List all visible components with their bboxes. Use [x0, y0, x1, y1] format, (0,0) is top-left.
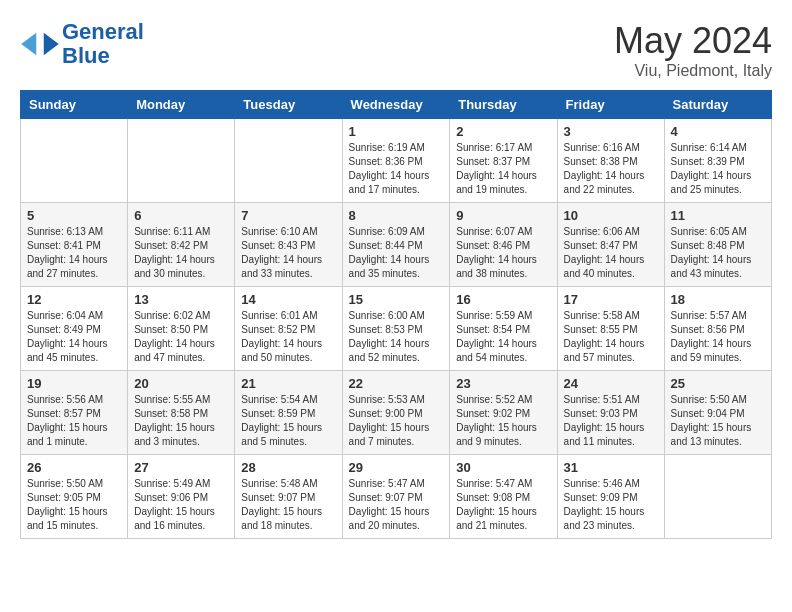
calendar-cell: 29Sunrise: 5:47 AM Sunset: 9:07 PM Dayli…	[342, 455, 450, 539]
week-row-3: 12Sunrise: 6:04 AM Sunset: 8:49 PM Dayli…	[21, 287, 772, 371]
day-number: 9	[456, 208, 550, 223]
day-content: Sunrise: 6:11 AM Sunset: 8:42 PM Dayligh…	[134, 225, 228, 281]
weekday-header-friday: Friday	[557, 91, 664, 119]
day-number: 23	[456, 376, 550, 391]
day-number: 18	[671, 292, 765, 307]
day-content: Sunrise: 5:50 AM Sunset: 9:04 PM Dayligh…	[671, 393, 765, 449]
logo-text: General Blue	[62, 20, 144, 68]
weekday-header-monday: Monday	[128, 91, 235, 119]
day-content: Sunrise: 5:47 AM Sunset: 9:07 PM Dayligh…	[349, 477, 444, 533]
calendar-cell: 28Sunrise: 5:48 AM Sunset: 9:07 PM Dayli…	[235, 455, 342, 539]
day-content: Sunrise: 6:17 AM Sunset: 8:37 PM Dayligh…	[456, 141, 550, 197]
calendar-cell	[21, 119, 128, 203]
day-content: Sunrise: 6:05 AM Sunset: 8:48 PM Dayligh…	[671, 225, 765, 281]
day-content: Sunrise: 6:09 AM Sunset: 8:44 PM Dayligh…	[349, 225, 444, 281]
day-content: Sunrise: 5:54 AM Sunset: 8:59 PM Dayligh…	[241, 393, 335, 449]
day-number: 15	[349, 292, 444, 307]
day-number: 28	[241, 460, 335, 475]
day-number: 7	[241, 208, 335, 223]
calendar-cell: 17Sunrise: 5:58 AM Sunset: 8:55 PM Dayli…	[557, 287, 664, 371]
calendar-cell	[128, 119, 235, 203]
day-number: 10	[564, 208, 658, 223]
day-number: 30	[456, 460, 550, 475]
calendar-cell: 26Sunrise: 5:50 AM Sunset: 9:05 PM Dayli…	[21, 455, 128, 539]
calendar-cell: 4Sunrise: 6:14 AM Sunset: 8:39 PM Daylig…	[664, 119, 771, 203]
calendar-cell: 16Sunrise: 5:59 AM Sunset: 8:54 PM Dayli…	[450, 287, 557, 371]
day-number: 13	[134, 292, 228, 307]
calendar-cell: 9Sunrise: 6:07 AM Sunset: 8:46 PM Daylig…	[450, 203, 557, 287]
day-number: 6	[134, 208, 228, 223]
calendar-cell: 14Sunrise: 6:01 AM Sunset: 8:52 PM Dayli…	[235, 287, 342, 371]
svg-marker-0	[44, 33, 59, 56]
calendar-cell: 21Sunrise: 5:54 AM Sunset: 8:59 PM Dayli…	[235, 371, 342, 455]
title-area: May 2024 Viu, Piedmont, Italy	[614, 20, 772, 80]
weekday-header-saturday: Saturday	[664, 91, 771, 119]
day-content: Sunrise: 6:01 AM Sunset: 8:52 PM Dayligh…	[241, 309, 335, 365]
day-content: Sunrise: 5:55 AM Sunset: 8:58 PM Dayligh…	[134, 393, 228, 449]
day-content: Sunrise: 5:50 AM Sunset: 9:05 PM Dayligh…	[27, 477, 121, 533]
calendar-cell: 7Sunrise: 6:10 AM Sunset: 8:43 PM Daylig…	[235, 203, 342, 287]
page-header: General Blue May 2024 Viu, Piedmont, Ita…	[20, 20, 772, 80]
day-number: 22	[349, 376, 444, 391]
day-number: 29	[349, 460, 444, 475]
day-number: 16	[456, 292, 550, 307]
day-number: 19	[27, 376, 121, 391]
day-content: Sunrise: 5:49 AM Sunset: 9:06 PM Dayligh…	[134, 477, 228, 533]
week-row-4: 19Sunrise: 5:56 AM Sunset: 8:57 PM Dayli…	[21, 371, 772, 455]
day-content: Sunrise: 5:53 AM Sunset: 9:00 PM Dayligh…	[349, 393, 444, 449]
calendar-cell: 13Sunrise: 6:02 AM Sunset: 8:50 PM Dayli…	[128, 287, 235, 371]
calendar-cell: 11Sunrise: 6:05 AM Sunset: 8:48 PM Dayli…	[664, 203, 771, 287]
day-content: Sunrise: 6:07 AM Sunset: 8:46 PM Dayligh…	[456, 225, 550, 281]
day-content: Sunrise: 5:52 AM Sunset: 9:02 PM Dayligh…	[456, 393, 550, 449]
day-content: Sunrise: 6:13 AM Sunset: 8:41 PM Dayligh…	[27, 225, 121, 281]
day-number: 1	[349, 124, 444, 139]
day-number: 24	[564, 376, 658, 391]
day-number: 4	[671, 124, 765, 139]
day-content: Sunrise: 6:16 AM Sunset: 8:38 PM Dayligh…	[564, 141, 658, 197]
calendar-cell: 1Sunrise: 6:19 AM Sunset: 8:36 PM Daylig…	[342, 119, 450, 203]
day-number: 8	[349, 208, 444, 223]
weekday-header-wednesday: Wednesday	[342, 91, 450, 119]
day-content: Sunrise: 5:51 AM Sunset: 9:03 PM Dayligh…	[564, 393, 658, 449]
day-content: Sunrise: 5:59 AM Sunset: 8:54 PM Dayligh…	[456, 309, 550, 365]
calendar-cell: 18Sunrise: 5:57 AM Sunset: 8:56 PM Dayli…	[664, 287, 771, 371]
day-number: 27	[134, 460, 228, 475]
calendar-cell: 2Sunrise: 6:17 AM Sunset: 8:37 PM Daylig…	[450, 119, 557, 203]
calendar-cell	[664, 455, 771, 539]
calendar-cell: 19Sunrise: 5:56 AM Sunset: 8:57 PM Dayli…	[21, 371, 128, 455]
day-content: Sunrise: 6:06 AM Sunset: 8:47 PM Dayligh…	[564, 225, 658, 281]
calendar-cell: 31Sunrise: 5:46 AM Sunset: 9:09 PM Dayli…	[557, 455, 664, 539]
day-number: 14	[241, 292, 335, 307]
week-row-2: 5Sunrise: 6:13 AM Sunset: 8:41 PM Daylig…	[21, 203, 772, 287]
day-content: Sunrise: 6:04 AM Sunset: 8:49 PM Dayligh…	[27, 309, 121, 365]
calendar-cell	[235, 119, 342, 203]
day-content: Sunrise: 5:56 AM Sunset: 8:57 PM Dayligh…	[27, 393, 121, 449]
week-row-1: 1Sunrise: 6:19 AM Sunset: 8:36 PM Daylig…	[21, 119, 772, 203]
logo-icon	[20, 29, 60, 59]
logo-line1: General	[62, 19, 144, 44]
calendar-cell: 8Sunrise: 6:09 AM Sunset: 8:44 PM Daylig…	[342, 203, 450, 287]
day-content: Sunrise: 6:10 AM Sunset: 8:43 PM Dayligh…	[241, 225, 335, 281]
day-number: 12	[27, 292, 121, 307]
calendar: SundayMondayTuesdayWednesdayThursdayFrid…	[20, 90, 772, 539]
day-number: 17	[564, 292, 658, 307]
day-content: Sunrise: 6:00 AM Sunset: 8:53 PM Dayligh…	[349, 309, 444, 365]
calendar-cell: 3Sunrise: 6:16 AM Sunset: 8:38 PM Daylig…	[557, 119, 664, 203]
day-content: Sunrise: 5:47 AM Sunset: 9:08 PM Dayligh…	[456, 477, 550, 533]
day-content: Sunrise: 5:58 AM Sunset: 8:55 PM Dayligh…	[564, 309, 658, 365]
logo-line2: Blue	[62, 43, 110, 68]
month-title: May 2024	[614, 20, 772, 62]
day-content: Sunrise: 5:48 AM Sunset: 9:07 PM Dayligh…	[241, 477, 335, 533]
day-number: 3	[564, 124, 658, 139]
day-number: 21	[241, 376, 335, 391]
week-row-5: 26Sunrise: 5:50 AM Sunset: 9:05 PM Dayli…	[21, 455, 772, 539]
day-content: Sunrise: 6:02 AM Sunset: 8:50 PM Dayligh…	[134, 309, 228, 365]
day-number: 31	[564, 460, 658, 475]
calendar-cell: 15Sunrise: 6:00 AM Sunset: 8:53 PM Dayli…	[342, 287, 450, 371]
day-number: 11	[671, 208, 765, 223]
weekday-header-tuesday: Tuesday	[235, 91, 342, 119]
day-number: 5	[27, 208, 121, 223]
calendar-cell: 12Sunrise: 6:04 AM Sunset: 8:49 PM Dayli…	[21, 287, 128, 371]
calendar-cell: 25Sunrise: 5:50 AM Sunset: 9:04 PM Dayli…	[664, 371, 771, 455]
calendar-cell: 23Sunrise: 5:52 AM Sunset: 9:02 PM Dayli…	[450, 371, 557, 455]
